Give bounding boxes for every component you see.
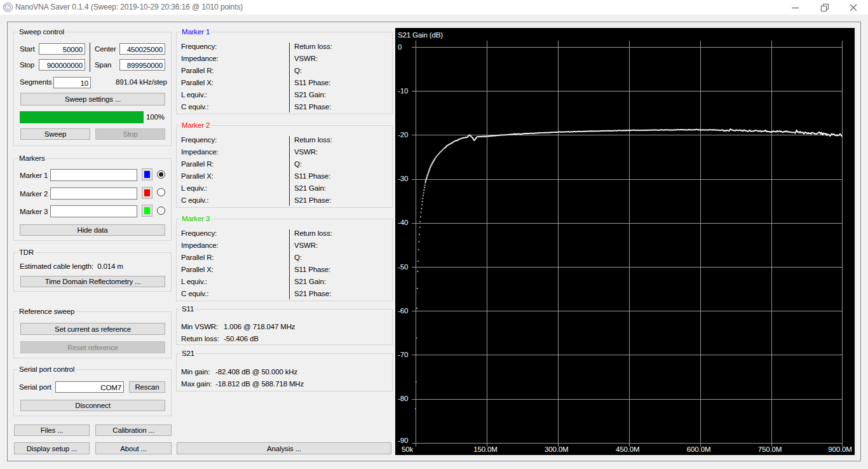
svg-text:450.0M: 450.0M: [616, 445, 639, 453]
svg-text:-60: -60: [398, 307, 408, 315]
svg-text:-20: -20: [398, 131, 408, 139]
svg-text:-40: -40: [398, 219, 408, 226]
svg-text:900.0M: 900.0M: [828, 445, 851, 453]
svg-text:50k: 50k: [402, 445, 413, 453]
svg-text:750.0M: 750.0M: [758, 445, 782, 453]
svg-text:-10: -10: [398, 87, 408, 95]
svg-text:0: 0: [398, 43, 402, 51]
svg-text:-90: -90: [398, 437, 408, 444]
svg-text:-80: -80: [398, 395, 408, 402]
svg-text:-30: -30: [398, 175, 408, 182]
svg-text:-70: -70: [398, 351, 408, 358]
svg-text:600.0M: 600.0M: [687, 445, 710, 453]
svg-text:150.0M: 150.0M: [473, 445, 497, 453]
svg-text:-50: -50: [398, 263, 408, 271]
svg-text:S21 Gain (dB): S21 Gain (dB): [398, 31, 443, 39]
svg-text:300.0M: 300.0M: [545, 445, 568, 453]
